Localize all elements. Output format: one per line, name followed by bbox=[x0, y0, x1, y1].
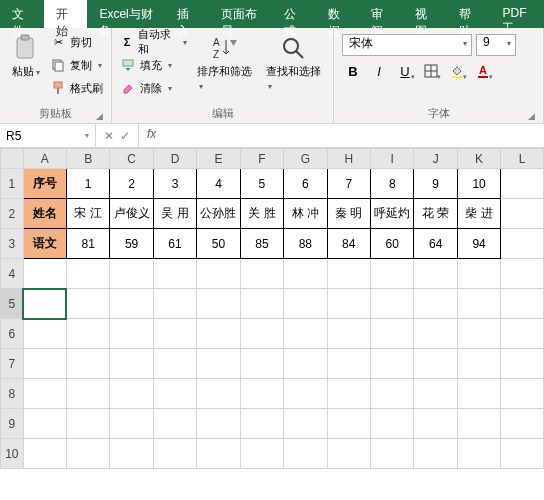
col-head-G[interactable]: G bbox=[284, 149, 327, 169]
cell-H2[interactable]: 秦 明 bbox=[327, 199, 370, 229]
cell-J4[interactable] bbox=[414, 259, 457, 289]
col-head-A[interactable]: A bbox=[23, 149, 66, 169]
row-head-2[interactable]: 2 bbox=[1, 199, 24, 229]
tab-formulas[interactable]: 公式 bbox=[272, 0, 316, 28]
cell-E2[interactable]: 公孙胜 bbox=[197, 199, 240, 229]
cell-C8[interactable] bbox=[110, 379, 153, 409]
row-head-6[interactable]: 6 bbox=[1, 319, 24, 349]
cell-K9[interactable] bbox=[457, 409, 500, 439]
cell-D2[interactable]: 吴 用 bbox=[153, 199, 196, 229]
cell-K7[interactable] bbox=[457, 349, 500, 379]
cancel-icon[interactable]: ✕ bbox=[104, 129, 114, 143]
cell-C1[interactable]: 2 bbox=[110, 169, 153, 199]
cell-G10[interactable] bbox=[284, 439, 327, 469]
font-launcher-icon[interactable]: ◢ bbox=[528, 111, 535, 121]
row-head-5[interactable]: 5 bbox=[1, 289, 24, 319]
cell-K1[interactable]: 10 bbox=[457, 169, 500, 199]
tab-data[interactable]: 数据 bbox=[316, 0, 360, 28]
cell-D7[interactable] bbox=[153, 349, 196, 379]
cell-K10[interactable] bbox=[457, 439, 500, 469]
cell-F3[interactable]: 85 bbox=[240, 229, 283, 259]
tab-excel-finance[interactable]: Excel与财务 bbox=[87, 0, 165, 28]
cell-G5[interactable] bbox=[284, 289, 327, 319]
cell-A1[interactable]: 序号 bbox=[23, 169, 66, 199]
cell-J9[interactable] bbox=[414, 409, 457, 439]
cell-C10[interactable] bbox=[110, 439, 153, 469]
tab-view[interactable]: 视图 bbox=[403, 0, 447, 28]
col-head-D[interactable]: D bbox=[153, 149, 196, 169]
cell-I1[interactable]: 8 bbox=[371, 169, 414, 199]
row-head-8[interactable]: 8 bbox=[1, 379, 24, 409]
autosum-button[interactable]: Σ 自动求和 bbox=[120, 32, 187, 52]
cell-H1[interactable]: 7 bbox=[327, 169, 370, 199]
cell-I9[interactable] bbox=[371, 409, 414, 439]
col-head-B[interactable]: B bbox=[66, 149, 109, 169]
fill-button[interactable]: 填充 bbox=[120, 55, 187, 75]
cell-A8[interactable] bbox=[23, 379, 66, 409]
cell-H8[interactable] bbox=[327, 379, 370, 409]
cell-H5[interactable] bbox=[327, 289, 370, 319]
cell-I10[interactable] bbox=[371, 439, 414, 469]
cell-L10[interactable] bbox=[501, 439, 544, 469]
fill-color-button[interactable] bbox=[446, 60, 468, 82]
tab-file[interactable]: 文件 bbox=[0, 0, 44, 28]
cell-D9[interactable] bbox=[153, 409, 196, 439]
cell-D5[interactable] bbox=[153, 289, 196, 319]
confirm-icon[interactable]: ✓ bbox=[120, 129, 130, 143]
cell-B7[interactable] bbox=[66, 349, 109, 379]
select-all-corner[interactable] bbox=[1, 149, 24, 169]
row-head-7[interactable]: 7 bbox=[1, 349, 24, 379]
cell-C6[interactable] bbox=[110, 319, 153, 349]
cell-H4[interactable] bbox=[327, 259, 370, 289]
col-head-E[interactable]: E bbox=[197, 149, 240, 169]
cell-L9[interactable] bbox=[501, 409, 544, 439]
cell-D10[interactable] bbox=[153, 439, 196, 469]
cell-E6[interactable] bbox=[197, 319, 240, 349]
cell-H6[interactable] bbox=[327, 319, 370, 349]
cell-J3[interactable]: 64 bbox=[414, 229, 457, 259]
cell-J5[interactable] bbox=[414, 289, 457, 319]
cell-D6[interactable] bbox=[153, 319, 196, 349]
cell-C9[interactable] bbox=[110, 409, 153, 439]
cell-F9[interactable] bbox=[240, 409, 283, 439]
cell-H10[interactable] bbox=[327, 439, 370, 469]
cell-B9[interactable] bbox=[66, 409, 109, 439]
tab-home[interactable]: 开始 bbox=[44, 0, 88, 28]
cell-H9[interactable] bbox=[327, 409, 370, 439]
tab-help[interactable]: 帮助 bbox=[447, 0, 491, 28]
cell-E5[interactable] bbox=[197, 289, 240, 319]
cell-E4[interactable] bbox=[197, 259, 240, 289]
col-head-J[interactable]: J bbox=[414, 149, 457, 169]
cell-J1[interactable]: 9 bbox=[414, 169, 457, 199]
cell-F2[interactable]: 关 胜 bbox=[240, 199, 283, 229]
tab-pdf[interactable]: PDF工 bbox=[490, 0, 544, 28]
cell-E3[interactable]: 50 bbox=[197, 229, 240, 259]
cell-F10[interactable] bbox=[240, 439, 283, 469]
col-head-L[interactable]: L bbox=[501, 149, 544, 169]
cell-L8[interactable] bbox=[501, 379, 544, 409]
cell-E1[interactable]: 4 bbox=[197, 169, 240, 199]
cell-E7[interactable] bbox=[197, 349, 240, 379]
cell-G1[interactable]: 6 bbox=[284, 169, 327, 199]
cell-L4[interactable] bbox=[501, 259, 544, 289]
cell-C5[interactable] bbox=[110, 289, 153, 319]
cell-K2[interactable]: 柴 进 bbox=[457, 199, 500, 229]
cell-A10[interactable] bbox=[23, 439, 66, 469]
row-head-9[interactable]: 9 bbox=[1, 409, 24, 439]
cell-I6[interactable] bbox=[371, 319, 414, 349]
cell-B1[interactable]: 1 bbox=[66, 169, 109, 199]
cell-H3[interactable]: 84 bbox=[327, 229, 370, 259]
cell-A3[interactable]: 语文 bbox=[23, 229, 66, 259]
col-head-I[interactable]: I bbox=[371, 149, 414, 169]
cell-L5[interactable] bbox=[501, 289, 544, 319]
cell-K5[interactable] bbox=[457, 289, 500, 319]
cell-B2[interactable]: 宋 江 bbox=[66, 199, 109, 229]
cell-I7[interactable] bbox=[371, 349, 414, 379]
formula-input[interactable] bbox=[164, 124, 544, 147]
cell-E10[interactable] bbox=[197, 439, 240, 469]
cell-J2[interactable]: 花 荣 bbox=[414, 199, 457, 229]
cell-L3[interactable] bbox=[501, 229, 544, 259]
cell-F4[interactable] bbox=[240, 259, 283, 289]
underline-button[interactable]: U bbox=[394, 60, 416, 82]
cell-A4[interactable] bbox=[23, 259, 66, 289]
